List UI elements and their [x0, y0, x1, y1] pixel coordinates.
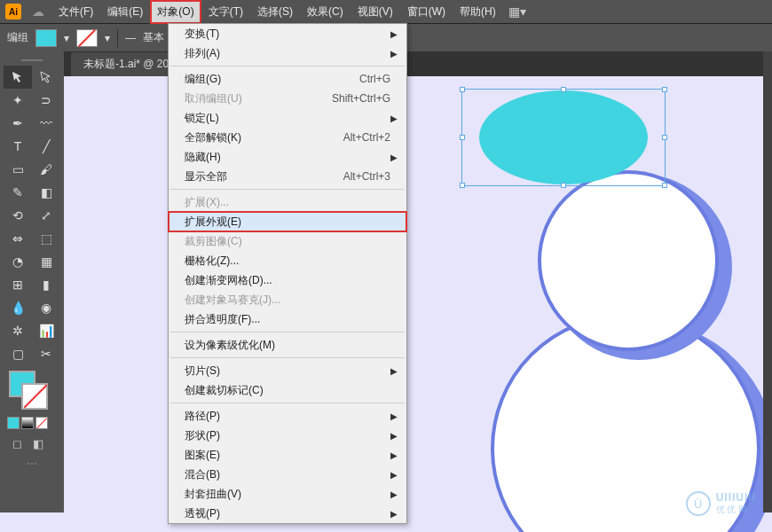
- menu-item[interactable]: 排列(A)▶: [169, 43, 406, 63]
- menu-item[interactable]: 创建裁切标记(C): [169, 380, 406, 400]
- menu-select[interactable]: 选择(S): [250, 0, 300, 24]
- type-tool[interactable]: T: [4, 135, 32, 158]
- separator: [117, 29, 118, 47]
- menu-item[interactable]: 显示全部Alt+Ctrl+3: [169, 167, 406, 186]
- menu-separator: [170, 403, 405, 403]
- rotate-tool[interactable]: ⟲: [4, 204, 32, 227]
- stroke-color[interactable]: [21, 383, 48, 410]
- handle-mr[interactable]: [662, 135, 667, 140]
- blend-tool[interactable]: ◉: [32, 296, 60, 319]
- mesh-tool[interactable]: ⊞: [4, 273, 32, 296]
- cloud-icon[interactable]: ☁: [32, 4, 44, 19]
- menu-item[interactable]: 创建渐变网格(D)...: [169, 270, 406, 290]
- toolbox: ✦⊃ ✒〰 T╱ ▭🖌 ✎◧ ⟲⤢ ⇔⬚ ◔▦ ⊞▮ 💧◉ ✲📊 ▢✂ ◻ ◧ …: [0, 51, 64, 512]
- svg-point-3: [540, 172, 717, 349]
- menu-separator: [170, 332, 405, 332]
- menu-item[interactable]: 形状(P)▶: [169, 426, 406, 445]
- line-icon: —: [125, 32, 136, 44]
- submenu-arrow-icon: ▶: [390, 411, 398, 421]
- menu-item[interactable]: 设为像素级优化(M): [169, 335, 406, 355]
- submenu-arrow-icon: ▶: [390, 470, 398, 480]
- line-tool[interactable]: ╱: [32, 135, 60, 158]
- menu-item[interactable]: 切片(S)▶: [169, 361, 406, 380]
- menu-separator: [170, 189, 405, 190]
- menu-item[interactable]: 图案(E)▶: [169, 445, 406, 465]
- handle-tm[interactable]: [561, 87, 566, 92]
- menu-item[interactable]: 隐藏(H)▶: [169, 147, 406, 167]
- handle-tr[interactable]: [662, 87, 667, 92]
- selection-bounding-box: [461, 89, 666, 186]
- handle-ml[interactable]: [460, 135, 465, 140]
- menu-item[interactable]: 混合(B)▶: [169, 465, 406, 484]
- layout-icon[interactable]: ▦▾: [508, 4, 526, 19]
- submenu-arrow-icon: ▶: [390, 431, 398, 441]
- menu-item[interactable]: 扩展外观(E): [169, 212, 406, 231]
- menu-item[interactable]: 全部解锁(K)Alt+Ctrl+2: [169, 128, 406, 147]
- menu-item[interactable]: 拼合透明度(F)...: [169, 309, 406, 329]
- shortcut-label: Shift+Ctrl+G: [332, 92, 390, 105]
- shaper-tool[interactable]: ✎: [4, 181, 32, 204]
- draw-behind-icon[interactable]: ◧: [30, 436, 46, 450]
- lasso-tool[interactable]: ⊃: [32, 89, 60, 112]
- scale-tool[interactable]: ⤢: [32, 204, 60, 227]
- rectangle-tool[interactable]: ▭: [4, 158, 32, 181]
- brush-tool[interactable]: 🖌: [32, 158, 60, 181]
- menu-file[interactable]: 文件(F): [51, 0, 100, 24]
- menu-item[interactable]: 变换(T)▶: [169, 24, 406, 43]
- eyedropper-tool[interactable]: 💧: [4, 296, 32, 319]
- magic-wand-tool[interactable]: ✦: [4, 89, 32, 112]
- menu-edit[interactable]: 编辑(E): [100, 0, 150, 24]
- menu-item[interactable]: 编组(G)Ctrl+G: [169, 69, 406, 89]
- eraser-tool[interactable]: ◧: [32, 181, 60, 204]
- menu-item[interactable]: 路径(P)▶: [169, 406, 406, 426]
- handle-bm[interactable]: [561, 183, 566, 188]
- menu-item[interactable]: 锁定(L)▶: [169, 108, 406, 128]
- direct-selection-tool[interactable]: [32, 66, 60, 89]
- toolbox-more-icon[interactable]: ⋯: [4, 458, 60, 470]
- selection-tool[interactable]: [4, 66, 32, 89]
- artboard-tool[interactable]: ▢: [4, 342, 32, 365]
- perspective-tool[interactable]: ▦: [32, 250, 60, 273]
- fill-dd-icon[interactable]: ▾: [64, 32, 69, 44]
- basic-label[interactable]: 基本: [143, 30, 164, 45]
- menu-view[interactable]: 视图(V): [351, 0, 400, 24]
- handle-bl[interactable]: [460, 183, 465, 188]
- menu-item[interactable]: 栅格化(Z)...: [169, 251, 406, 270]
- app-logo: Ai: [5, 4, 21, 20]
- stroke-swatch[interactable]: [76, 29, 98, 47]
- curvature-tool[interactable]: 〰: [32, 112, 60, 135]
- submenu-arrow-icon: ▶: [390, 509, 398, 519]
- submenu-arrow-icon: ▶: [390, 153, 398, 162]
- menu-separator: [170, 357, 405, 358]
- handle-tl[interactable]: [460, 87, 465, 92]
- stroke-dd-icon[interactable]: ▾: [105, 32, 110, 44]
- menu-type[interactable]: 文字(T): [201, 0, 250, 24]
- color-selector[interactable]: [4, 371, 60, 413]
- gradient-mode[interactable]: [21, 417, 34, 429]
- submenu-arrow-icon: ▶: [390, 49, 398, 59]
- menu-object[interactable]: 对象(O): [150, 0, 201, 24]
- shape-builder-tool[interactable]: ◔: [4, 250, 32, 273]
- menu-item: 裁剪图像(C): [169, 231, 406, 251]
- free-transform-tool[interactable]: ⬚: [32, 227, 60, 250]
- menu-item[interactable]: 透视(P)▶: [169, 504, 406, 523]
- menu-window[interactable]: 窗口(W): [400, 0, 453, 24]
- none-mode[interactable]: [35, 417, 48, 429]
- handle-br[interactable]: [662, 183, 667, 188]
- menu-effect[interactable]: 效果(C): [300, 0, 351, 24]
- right-panel-edge[interactable]: [763, 51, 772, 512]
- menu-item: 取消编组(U)Shift+Ctrl+G: [169, 89, 406, 108]
- menu-help[interactable]: 帮助(H): [453, 0, 503, 24]
- fill-swatch[interactable]: [35, 29, 57, 47]
- pen-tool[interactable]: ✒: [4, 112, 32, 135]
- symbol-sprayer-tool[interactable]: ✲: [4, 319, 32, 342]
- menu-item[interactable]: 封套扭曲(V)▶: [169, 484, 406, 504]
- color-mode[interactable]: [7, 417, 20, 429]
- graph-tool[interactable]: 📊: [32, 319, 60, 342]
- screen-modes: ◻ ◧: [9, 436, 55, 450]
- toolbox-handle[interactable]: [4, 57, 60, 64]
- gradient-tool[interactable]: ▮: [32, 273, 60, 296]
- slice-tool[interactable]: ✂: [32, 342, 60, 365]
- width-tool[interactable]: ⇔: [4, 227, 32, 250]
- draw-normal-icon[interactable]: ◻: [9, 436, 25, 450]
